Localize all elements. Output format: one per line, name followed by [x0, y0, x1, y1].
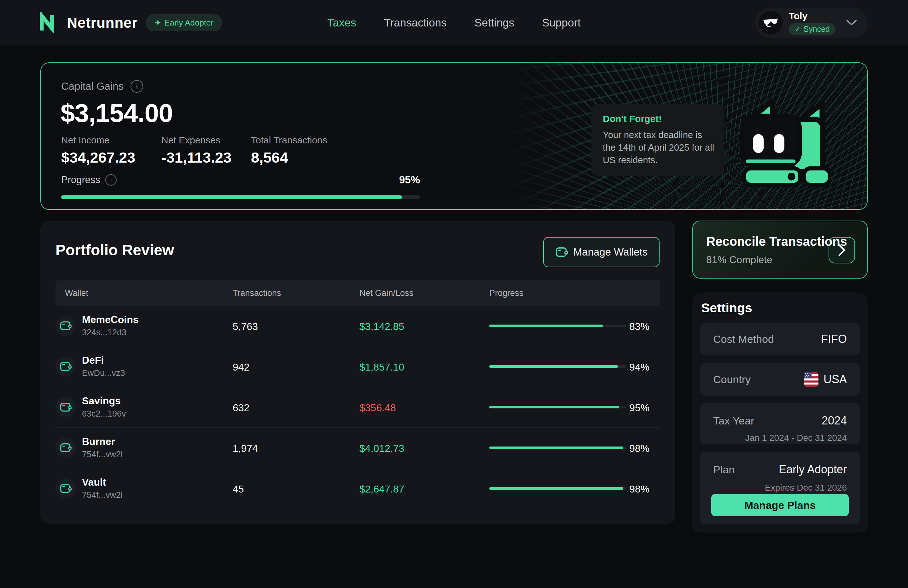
info-icon[interactable]: i: [105, 174, 117, 186]
nav-taxes[interactable]: Taxes: [327, 16, 356, 29]
wallet-name: Vault: [82, 476, 106, 488]
nav-support[interactable]: Support: [542, 16, 581, 29]
usa-flag-icon: [804, 372, 818, 387]
progress-percent: 95%: [399, 174, 420, 186]
wallet-progress-percent: 94%: [624, 361, 649, 373]
profile-menu[interactable]: Toly ✓ Synced: [755, 8, 868, 38]
cost-method-setting[interactable]: Cost Method FIFO: [700, 323, 860, 355]
net-income-value: $34,267.23: [61, 149, 161, 166]
manage-wallets-label: Manage Wallets: [573, 246, 647, 258]
sparkle-icon: ✦: [154, 18, 161, 28]
brand-name: Netrunner: [67, 14, 137, 31]
capital-gains-card: Capital Gains i $3,154.00 Net Income $34…: [40, 63, 868, 210]
wallet-progress-track: [489, 487, 626, 490]
capital-gains-title: Capital Gains: [61, 80, 124, 92]
wallet-progress-track: [489, 447, 626, 449]
wallet-avatar: [55, 438, 76, 458]
wallet-progress-fill: [489, 447, 623, 449]
table-row[interactable]: DeFi EwDu...vz3 942 $1,857.10 94%: [55, 346, 660, 387]
avatar: [758, 11, 782, 35]
col-wallet: Wallet: [65, 288, 88, 298]
netrunner-dashboard: Netrunner ✦ Early Adopter Taxes Transact…: [0, 0, 908, 588]
table-row[interactable]: Burner 754f...vw2l 1,974 $4,012.73 98%: [55, 427, 660, 468]
wallet-name: Burner: [82, 436, 115, 447]
wallet-avatar: [55, 316, 76, 336]
portfolio-title: Portfolio Review: [55, 241, 174, 259]
wallet-address: 63c2...196v: [82, 409, 126, 419]
info-icon[interactable]: i: [130, 80, 143, 93]
wallet-progress-fill: [489, 487, 623, 490]
wallet-transactions: 632: [233, 402, 250, 414]
reconcile-subtitle: 81% Complete: [706, 254, 773, 266]
chevron-right-icon: [837, 244, 847, 257]
manage-wallets-button[interactable]: Manage Wallets: [543, 237, 660, 267]
tax-year-setting[interactable]: Tax Year 2024 Jan 1 2024 - Dec 31 2024: [700, 403, 860, 444]
progress-label: Progress: [61, 174, 100, 186]
reconcile-title: Reconcile Transactions: [706, 235, 847, 249]
plan-expires: Expires Dec 31 2026: [700, 481, 860, 493]
country-setting[interactable]: Country: [700, 363, 860, 396]
wallet-icon: [60, 361, 72, 372]
nav-settings[interactable]: Settings: [475, 16, 514, 29]
wallet-progress-percent: 98%: [624, 484, 649, 495]
wallet-icon: [60, 402, 72, 413]
chevron-down-icon[interactable]: [846, 19, 857, 26]
wallet-progress-fill: [489, 365, 618, 368]
net-expenses-label: Net Expenses: [161, 135, 251, 146]
wallet-name: DeFi: [82, 355, 104, 366]
table-row[interactable]: Vault 754f...vw2l 45 $2,647.87 98%: [55, 468, 660, 509]
avatar-glasses-icon: [763, 18, 778, 27]
wallet-avatar: [55, 397, 76, 417]
wallet-avatar: [55, 478, 76, 498]
table-row[interactable]: MemeCoins 324s...12d3 5,763 $3,142.85 83…: [55, 306, 660, 346]
manage-plans-button[interactable]: Manage Plans: [711, 494, 849, 516]
col-progress: Progress: [489, 288, 523, 298]
wallet-address: EwDu...vz3: [82, 368, 125, 378]
chevron-right-button[interactable]: [829, 237, 855, 263]
deadline-tooltip: Don't Forget! Your next tax deadline is …: [591, 104, 724, 176]
country-label: Country: [713, 373, 751, 386]
wallet-avatar: [55, 357, 76, 377]
reconcile-transactions-card[interactable]: Reconcile Transactions 81% Complete: [692, 220, 868, 279]
wallet-progress-percent: 98%: [624, 443, 649, 455]
profile-info: Toly ✓ Synced: [789, 11, 836, 35]
early-adopter-label: Early Adopter: [164, 18, 213, 28]
net-income-label: Net Income: [61, 135, 161, 146]
plan-value: Early Adopter: [779, 463, 847, 476]
wallet-progress-track: [489, 406, 626, 408]
wallet-net-gain: $2,647.87: [359, 484, 404, 495]
capital-gains-amount: $3,154.00: [61, 98, 173, 128]
wallet-table-body: MemeCoins 324s...12d3 5,763 $3,142.85 83…: [55, 306, 660, 509]
wallet-address: 754f...vw2l: [82, 450, 122, 459]
sync-status-badge: ✓ Synced: [789, 23, 836, 35]
wallet-name: MemeCoins: [82, 314, 139, 326]
tax-year-value: 2024: [822, 414, 847, 427]
wallet-address: 324s...12d3: [82, 328, 126, 337]
plan-setting: Plan Early Adopter Expires Dec 31 2026 M…: [700, 452, 860, 524]
settings-panel: Settings Cost Method FIFO Country: [692, 292, 868, 533]
sync-status-label: Synced: [803, 24, 830, 34]
wallet-icon: [60, 442, 72, 453]
main-nav: Taxes Transactions Settings Support: [327, 0, 581, 45]
wallet-icon: [60, 320, 72, 331]
settings-title: Settings: [701, 300, 752, 315]
col-transactions: Transactions: [233, 288, 281, 298]
wallet-progress-percent: 83%: [624, 321, 649, 333]
top-navbar: Netrunner ✦ Early Adopter Taxes Transact…: [0, 0, 908, 45]
cost-method-label: Cost Method: [713, 333, 774, 345]
total-transactions-label: Total Transactions: [251, 135, 327, 146]
profile-name: Toly: [789, 11, 836, 21]
brand-logo[interactable]: Netrunner ✦ Early Adopter: [38, 0, 222, 45]
portfolio-review-card: Portfolio Review Manage Wallets Wallet T…: [40, 220, 675, 524]
col-net-gain-loss: Net Gain/Loss: [359, 288, 413, 298]
netrunner-logo-icon: [38, 12, 59, 33]
check-icon: ✓: [794, 24, 801, 34]
wallet-transactions: 5,763: [233, 321, 258, 333]
table-row[interactable]: Savings 63c2...196v 632 $356.48 95%: [55, 387, 660, 427]
wallet-icon: [555, 246, 568, 258]
wallet-net-gain: $4,012.73: [359, 443, 404, 455]
tax-year-range: Jan 1 2024 - Dec 31 2024: [700, 433, 860, 443]
wallet-progress-percent: 95%: [624, 402, 649, 414]
nav-transactions[interactable]: Transactions: [384, 16, 447, 29]
wallet-name: Savings: [82, 395, 121, 407]
